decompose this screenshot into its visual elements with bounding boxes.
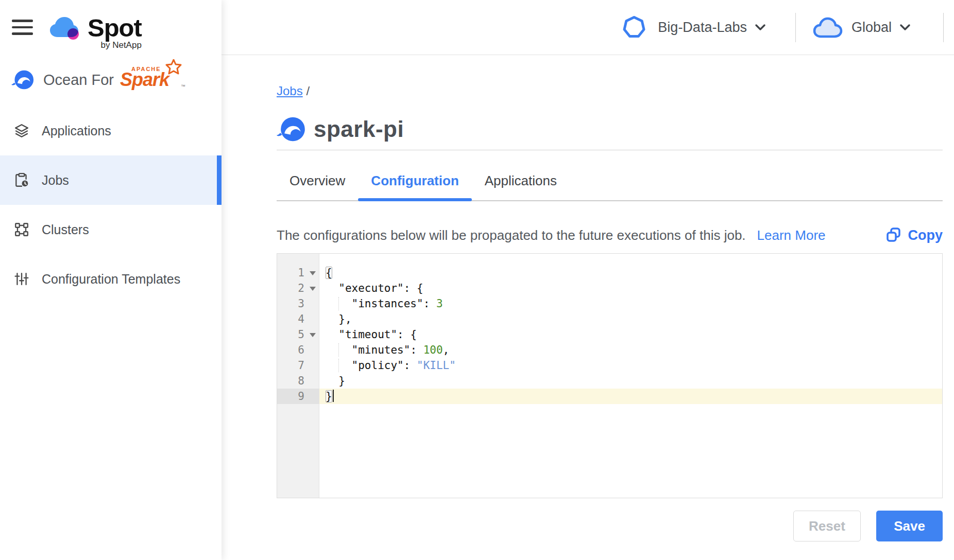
- tab-overview[interactable]: Overview: [277, 161, 358, 200]
- apache-label: APACHE: [131, 66, 161, 72]
- copy-label: Copy: [908, 227, 943, 243]
- sidebar-item-label: Applications: [42, 124, 111, 138]
- code-line-8[interactable]: }: [319, 373, 942, 389]
- gutter-line-3: 3: [277, 296, 319, 311]
- spark-trademark: ™: [181, 84, 185, 89]
- product-brand: Ocean For APACHE Spark ™: [11, 68, 169, 91]
- title-divider: [277, 150, 943, 150]
- code-line-6[interactable]: "minutes": 100,: [319, 342, 942, 358]
- breadcrumb: Jobs /: [277, 84, 943, 98]
- breadcrumb-separator: /: [306, 84, 310, 98]
- indent-guide: [338, 297, 339, 310]
- gutter-line-5[interactable]: 5: [277, 327, 319, 342]
- ocean-logo-icon: [11, 68, 34, 91]
- spot-cloud-icon: [47, 14, 83, 41]
- code-line-9[interactable]: }: [319, 389, 942, 404]
- clipboard-clock-icon: [14, 172, 29, 188]
- scope-name: Global: [851, 20, 892, 36]
- main-content: Jobs / spark-pi Overview Configuration A…: [222, 55, 954, 560]
- spark-wordmark: Spark: [120, 69, 169, 90]
- indent-guide: [338, 343, 339, 357]
- chevron-down-icon: [754, 22, 766, 32]
- top-header: Big-Data-Labs Global: [222, 0, 954, 55]
- product-name: Ocean For: [43, 72, 114, 89]
- gutter-line-6: 6: [277, 342, 319, 358]
- copy-button[interactable]: Copy: [885, 227, 943, 243]
- reset-button[interactable]: Reset: [793, 511, 861, 541]
- header-divider: [943, 13, 944, 42]
- sidebar-nav: Applications Jobs: [0, 106, 222, 304]
- fold-arrow-icon[interactable]: [310, 333, 316, 337]
- spot-wordmark: Spot: [88, 13, 142, 42]
- sidebar-item-applications[interactable]: Applications: [0, 106, 222, 155]
- cluster-nodes-icon: [14, 222, 29, 237]
- config-description: The configurations below will be propaga…: [277, 227, 746, 243]
- chevron-down-icon: [899, 22, 911, 32]
- header-divider: [795, 13, 796, 42]
- gutter-line-9: 9: [277, 389, 319, 404]
- spark-star-icon: [165, 59, 182, 77]
- apache-spark-logo: APACHE Spark ™: [120, 71, 169, 89]
- editor-gutter: 123456789: [277, 254, 319, 498]
- cloud-icon: [812, 15, 844, 39]
- app-root: Big-Data-Labs Global Jobs /: [0, 0, 954, 560]
- scope-switcher[interactable]: Global: [812, 15, 911, 39]
- code-line-1[interactable]: {: [319, 265, 942, 281]
- code-line-5[interactable]: "timeout": {: [319, 327, 942, 342]
- action-buttons-row: Reset Save: [277, 511, 943, 541]
- fold-arrow-icon[interactable]: [310, 271, 316, 275]
- spot-logo[interactable]: Spot by NetApp: [47, 13, 142, 50]
- text-cursor: [333, 390, 334, 402]
- code-line-7[interactable]: "policy": "KILL": [319, 358, 942, 373]
- menu-hamburger-icon[interactable]: [12, 20, 33, 35]
- sidebar-item-configuration-templates[interactable]: Configuration Templates: [0, 254, 222, 304]
- gutter-line-1[interactable]: 1: [277, 265, 319, 281]
- ocean-job-icon: [277, 115, 305, 144]
- organization-switcher[interactable]: Big-Data-Labs: [622, 15, 766, 40]
- code-line-4[interactable]: },: [319, 311, 942, 327]
- gutter-line-8: 8: [277, 373, 319, 389]
- save-button[interactable]: Save: [876, 511, 943, 541]
- config-description-row: The configurations below will be propaga…: [277, 227, 943, 243]
- code-line-3[interactable]: "instances": 3: [319, 296, 942, 311]
- page-title: spark-pi: [314, 116, 404, 142]
- sidebar-item-label: Jobs: [42, 173, 69, 188]
- gutter-line-4: 4: [277, 311, 319, 327]
- layers-icon: [14, 123, 29, 138]
- copy-icon: [885, 227, 902, 243]
- sidebar-item-label: Clusters: [42, 222, 89, 237]
- code-line-2[interactable]: "executor": {: [319, 281, 942, 296]
- fold-arrow-icon[interactable]: [310, 287, 316, 291]
- tab-bar: Overview Configuration Applications: [277, 161, 943, 201]
- json-config-editor[interactable]: 123456789 { "executor": { "instances": 3…: [277, 253, 943, 498]
- sidebar-item-jobs[interactable]: Jobs: [0, 155, 222, 205]
- page-title-row: spark-pi: [277, 115, 943, 144]
- editor-code[interactable]: { "executor": { "instances": 3 }, "timeo…: [319, 254, 942, 498]
- breadcrumb-jobs-link[interactable]: Jobs: [277, 84, 303, 98]
- tab-applications[interactable]: Applications: [472, 161, 570, 200]
- learn-more-link[interactable]: Learn More: [757, 227, 826, 243]
- organization-name: Big-Data-Labs: [658, 20, 747, 36]
- organization-heptagon-icon: [622, 15, 646, 40]
- sidebar-item-label: Configuration Templates: [42, 272, 180, 287]
- gutter-line-2[interactable]: 2: [277, 281, 319, 296]
- sliders-icon: [14, 271, 29, 287]
- tab-configuration[interactable]: Configuration: [358, 161, 471, 200]
- indent-guide: [338, 359, 339, 372]
- gutter-line-7: 7: [277, 358, 319, 373]
- sidebar: Spot by NetApp Ocean For APACHE Spark: [0, 0, 222, 560]
- sidebar-item-clusters[interactable]: Clusters: [0, 205, 222, 254]
